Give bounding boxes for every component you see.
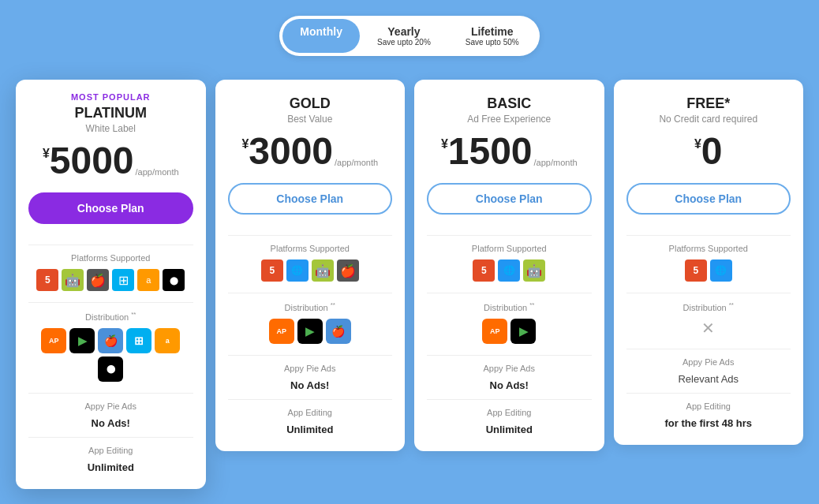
plan-platinum-distributions: AP ▶ 🍎 ⊞ a ⬤ [28,328,193,382]
appypie-dist-icon: AP [482,319,507,344]
plan-basic-price: ¥ 1500 /app/month [441,133,578,170]
blackberry-icon: ⬤ [163,269,185,291]
plan-free-ads-value: Relevant Ads [626,373,791,385]
plan-basic-cta[interactable]: Choose Plan [427,183,592,215]
globe-icon: 🌐 [498,259,520,282]
plan-free-name: FREE* [686,95,730,112]
googleplay-dist-icon: ▶ [510,319,536,344]
billing-yearly[interactable]: Yearly Save upto 20% [360,19,448,53]
divider [28,437,193,438]
divider [626,349,791,349]
plan-free-cta[interactable]: Choose Plan [626,183,791,215]
plan-basic-editing-label: App Editing [427,408,592,417]
windows-dist-icon: ⊞ [126,328,151,353]
plan-basic: BASIC Ad Free Experience ¥ 1500 /app/mon… [414,80,604,451]
divider [427,293,592,293]
plan-gold-amount: 3000 [249,133,333,170]
plan-platinum-subtitle: White Label [86,123,136,134]
plan-gold-price: ¥ 3000 /app/month [241,133,378,170]
plan-gold-editing: App Editing Unlimited [228,408,393,435]
divider [228,293,393,293]
billing-monthly[interactable]: Monthly [282,19,360,53]
plan-gold-currency: ¥ [241,137,249,151]
divider [228,355,393,356]
plan-free-editing-label: App Editing [626,401,791,411]
googleplay-dist-icon: ▶ [297,319,323,344]
plan-gold-subtitle: Best Value [287,114,332,125]
plan-free-platforms-label: Platforms Supported [669,244,748,253]
plan-free-dist-label: Distribution ** [683,301,734,312]
appstore-dist-icon: 🍎 [326,319,351,344]
plan-platinum-platforms: 5 🤖 🍎 ⊞ a ⬤ [36,269,185,291]
plan-platinum-ads-label: Appy Pie Ads [28,401,193,411]
plan-platinum-cta[interactable]: Choose Plan [28,192,193,224]
divider [228,235,393,236]
plan-gold-cta[interactable]: Choose Plan [228,183,393,215]
bb-dist-icon: ⬤ [98,357,123,382]
plan-gold-ads-value: No Ads! [228,379,393,391]
plan-basic-amount: 1500 [448,133,533,170]
billing-yearly-savings: Save upto 20% [377,38,431,47]
html5-icon: 5 [685,259,707,282]
divider [626,393,791,394]
plan-free-price: ¥ 0 [694,133,723,170]
googleplay-dist-icon: ▶ [69,328,95,353]
android-icon: 🤖 [523,259,545,282]
divider [427,235,592,236]
plan-gold-name: GOLD [290,95,331,112]
amazon-dist-icon: a [155,328,180,353]
divider [28,245,193,245]
plan-basic-editing-value: Unlimited [427,424,592,435]
plan-platinum-per: /app/month [136,167,179,177]
billing-lifetime-label: Lifetime [466,25,519,38]
plan-gold-editing-label: App Editing [228,408,393,417]
plan-free-platforms: 5 🌐 [685,259,732,282]
plans-container: MOST POPULAR PLATINUM White Label ¥ 5000… [16,80,803,489]
globe-icon: 🌐 [286,259,309,282]
html5-icon: 5 [261,259,283,282]
appypie-dist-icon: AP [41,328,66,353]
plan-gold: GOLD Best Value ¥ 3000 /app/month Choose… [215,80,406,451]
html5-icon: 5 [36,269,58,291]
plan-platinum-dist-label: Distribution ** [85,311,136,322]
android-icon: 🤖 [62,269,84,291]
globe-icon: 🌐 [710,259,732,282]
plan-platinum-price: ¥ 5000 /app/month [43,142,179,180]
html5-icon: 5 [473,259,495,282]
plan-gold-platforms: 5 🌐 🤖 🍎 [261,259,359,282]
plan-gold-distributions: AP ▶ 🍎 [269,319,351,344]
plan-basic-platforms-label: Platform Supported [472,244,547,253]
plan-platinum-platforms-label: Platforms Supported [71,253,150,263]
appstore-dist-icon: 🍎 [98,328,123,353]
plan-platinum-editing: App Editing Unlimited [28,446,193,473]
plan-basic-ads: Appy Pie Ads No Ads! [427,364,592,391]
plan-platinum-editing-value: Unlimited [28,461,193,473]
plan-basic-currency: ¥ [441,137,448,151]
plan-platinum-badge: MOST POPULAR [71,92,151,102]
plan-basic-ads-value: No Ads! [427,379,592,391]
plan-free-editing: App Editing for the first 48 hrs [626,401,791,429]
plan-free-currency: ¥ [694,137,701,151]
plan-gold-ads: Appy Pie Ads No Ads! [228,364,393,391]
divider [427,399,592,400]
apple-icon: 🍎 [337,259,359,282]
billing-lifetime-savings: Save upto 50% [466,38,519,47]
plan-free-amount: 0 [701,133,723,170]
divider [427,355,592,356]
billing-monthly-label: Monthly [300,25,342,38]
plan-platinum-amount: 5000 [50,142,134,180]
billing-lifetime[interactable]: Lifetime Save upto 50% [448,19,537,53]
plan-platinum-name: PLATINUM [74,105,147,121]
divider [28,393,193,394]
plan-basic-subtitle: Ad Free Experience [467,114,551,125]
plan-platinum-editing-label: App Editing [28,446,193,455]
plan-basic-ads-label: Appy Pie Ads [427,364,592,373]
plan-gold-per: /app/month [335,158,378,167]
plan-basic-platforms: 5 🌐 🤖 [473,259,545,282]
plan-free-ads-label: Appy Pie Ads [626,357,791,367]
plan-free-editing-value: for the first 48 hrs [626,417,791,429]
windows-icon: ⊞ [112,269,134,291]
billing-yearly-label: Yearly [377,25,431,38]
apple-icon: 🍎 [87,269,109,291]
plan-gold-platforms-label: Platforms Supported [271,244,350,253]
